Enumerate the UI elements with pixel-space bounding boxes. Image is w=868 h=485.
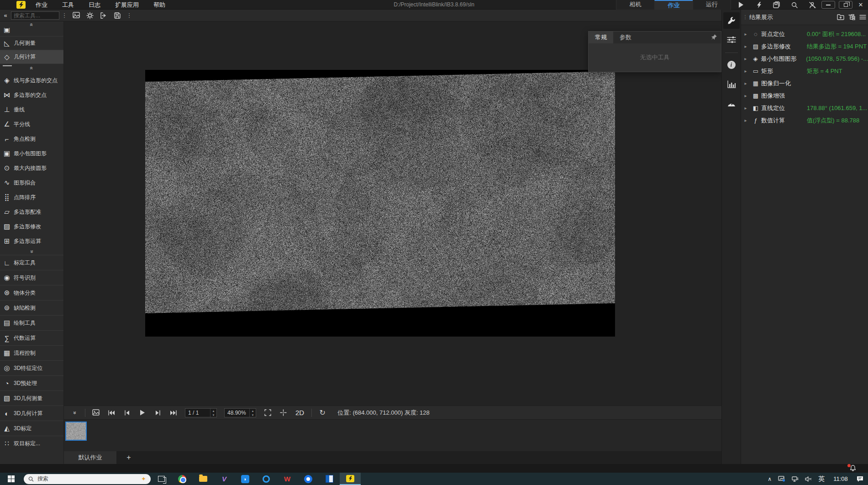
task-view-icon[interactable]	[151, 473, 172, 485]
job-thumbnail-image[interactable]	[65, 422, 87, 441]
tool-section-item[interactable]: ◎ 3D特征定位	[0, 360, 63, 375]
tab-job[interactable]: 作业	[654, 0, 693, 10]
media-app-icon[interactable]	[319, 473, 340, 485]
frame-input[interactable]	[185, 410, 210, 416]
toolbar-overflow-icon-2[interactable]: ⋮	[124, 12, 134, 19]
menu-extensions[interactable]: 扩展应用	[109, 0, 145, 10]
tool-item[interactable]: ▨ 多边形修改	[0, 219, 63, 234]
menu-help[interactable]: 帮助	[147, 0, 172, 10]
inspection-image[interactable]	[145, 70, 615, 337]
ime-indicator[interactable]: 英	[818, 475, 825, 483]
tab-parameters[interactable]: 参数	[613, 32, 638, 43]
tool-group-item[interactable]: ◇ 几何计算	[0, 50, 63, 63]
skip-start-icon[interactable]	[105, 407, 118, 419]
skip-end-icon[interactable]	[167, 407, 180, 419]
tool-item[interactable]: ∠ 平分线	[0, 117, 63, 132]
tool-section-item[interactable]: ◭ 3D标定	[0, 421, 63, 436]
menu-tools[interactable]: 工具	[56, 0, 80, 10]
add-job-button[interactable]: +	[116, 451, 141, 464]
notification-center-icon[interactable]	[857, 476, 863, 482]
collapse-viewerbar-icon[interactable]: «	[68, 407, 81, 419]
image-viewport[interactable]: 常规 参数 无选中工具	[64, 21, 721, 406]
tool-item[interactable]: ⣿ 点阵排序	[0, 190, 63, 205]
tool-search-input[interactable]	[11, 11, 59, 20]
sublist-scroll-down[interactable]: «	[0, 248, 63, 255]
network-icon[interactable]	[792, 476, 799, 482]
tool-item[interactable]: ◈ 线与多边形的交点	[0, 73, 63, 88]
zoom-input[interactable]	[225, 410, 249, 416]
search-icon[interactable]	[790, 1, 799, 9]
minimize-button[interactable]	[821, 1, 835, 9]
panel-drag-handle[interactable]: ⋮	[741, 14, 749, 20]
sublist-scroll-up[interactable]: «	[0, 64, 63, 73]
chrome-icon[interactable]	[172, 473, 193, 485]
file-explorer-icon[interactable]	[193, 473, 214, 485]
tab-general[interactable]: 常规	[589, 32, 613, 43]
tool-section-item[interactable]: ∷ 双目标定...	[0, 436, 63, 451]
result-row[interactable]: ▸ ƒ 数值计算 值(浮点型) = 88.788	[741, 114, 868, 127]
save-all-icon[interactable]	[773, 1, 781, 9]
tab-run[interactable]: 运行	[693, 0, 731, 10]
tree-view-icon[interactable]	[846, 12, 857, 23]
expand-caret-icon[interactable]: ▸	[741, 56, 750, 61]
list-menu-icon[interactable]	[857, 12, 868, 23]
expand-caret-icon[interactable]: ▸	[741, 32, 750, 37]
expand-caret-icon[interactable]: ▸	[741, 105, 750, 111]
tool-item[interactable]: ∿ 图形拟合	[0, 175, 63, 190]
expand-caret-icon[interactable]: ▸	[741, 118, 750, 123]
result-row[interactable]: ▸ ▭ 矩形 矩形 = 4 PNT	[741, 65, 868, 77]
result-row[interactable]: ▸ ◧ 直线定位 178.88° (1061.659, 1...	[741, 102, 868, 114]
export-icon[interactable]	[97, 10, 110, 21]
prev-frame-icon[interactable]	[120, 407, 134, 419]
center-crosshair-icon[interactable]	[276, 407, 290, 419]
result-row[interactable]: ▸ ▦ 图像归一化	[741, 77, 868, 90]
loop-icon[interactable]: ↻	[316, 407, 329, 419]
close-button[interactable]: ✕	[856, 1, 865, 8]
gauge-icon[interactable]	[723, 95, 740, 111]
screen-cast-icon[interactable]	[778, 476, 785, 482]
tool-section-item[interactable]: ◉ 符号识别	[0, 270, 63, 285]
job-tab-default[interactable]: 默认作业	[64, 451, 116, 464]
result-row[interactable]: ▸ ◈ 最小包围图形 (1050.978, 575.956) -...	[741, 53, 868, 65]
menu-log[interactable]: 日志	[82, 0, 107, 10]
tool-section-item[interactable]: ▧ 3D几何测量	[0, 390, 63, 406]
tool-section-item[interactable]: ▦ 流程控制	[0, 345, 63, 360]
tool-item[interactable]: ▣ 最小包围图形	[0, 146, 63, 161]
tool-section-item[interactable]: ▤ 绘制工具	[0, 315, 63, 330]
tool-item[interactable]: ⌐ 角点检测	[0, 132, 63, 146]
wrench-tools-icon[interactable]	[723, 12, 740, 29]
clock[interactable]: 11:08	[831, 475, 850, 482]
trigger-bolt-icon[interactable]	[755, 1, 763, 9]
expand-caret-icon[interactable]: ▸	[741, 69, 750, 74]
start-button[interactable]	[0, 473, 22, 485]
tool-section-item[interactable]: ∑ 代数运算	[0, 330, 63, 345]
notification-bell-icon[interactable]	[850, 465, 856, 471]
collapse-sidebar-icon[interactable]: «	[0, 12, 11, 19]
tool-section-item[interactable]: ⊚ 缺陷检测	[0, 300, 63, 315]
wps-icon[interactable]: W	[277, 473, 298, 485]
parameters-sliders-icon[interactable]	[723, 32, 740, 48]
frame-stepper[interactable]: ▴▾	[210, 409, 216, 417]
tool-section-item[interactable]: ⊛ 物体分类	[0, 285, 63, 300]
user-permission-icon[interactable]	[808, 1, 816, 9]
menu-job[interactable]: 作业	[29, 0, 54, 10]
expand-caret-icon[interactable]: ▸	[741, 93, 750, 98]
run-icon[interactable]	[737, 1, 745, 9]
result-row[interactable]: ▸ ▩ 图像增强	[741, 90, 868, 102]
browser-ring-icon[interactable]	[256, 473, 277, 485]
tool-item[interactable]: ▱ 多边形配准	[0, 205, 63, 219]
fit-screen-icon[interactable]	[261, 407, 274, 419]
view-2d-toggle[interactable]: 2D	[292, 409, 308, 416]
tool-item[interactable]: ⊙ 最大内接圆形	[0, 161, 63, 175]
pin-icon[interactable]	[711, 34, 717, 40]
zoom-stepper[interactable]: ▴▾	[249, 409, 256, 417]
taskbar-search[interactable]: 搜索 ✦	[24, 474, 151, 484]
result-row[interactable]: ▸ ▨ 多边形修改 结果多边形 = 194 PNT	[741, 40, 868, 53]
add-group-icon[interactable]	[835, 12, 846, 23]
visual-studio-icon[interactable]: V	[214, 473, 235, 485]
tool-item[interactable]: ⋈ 多边形的交点	[0, 88, 63, 102]
play-icon[interactable]	[136, 407, 149, 419]
intelliblink-taskbar-icon[interactable]	[340, 473, 361, 485]
histogram-icon[interactable]	[723, 76, 740, 92]
feather-app-icon[interactable]: ◗	[235, 473, 256, 485]
